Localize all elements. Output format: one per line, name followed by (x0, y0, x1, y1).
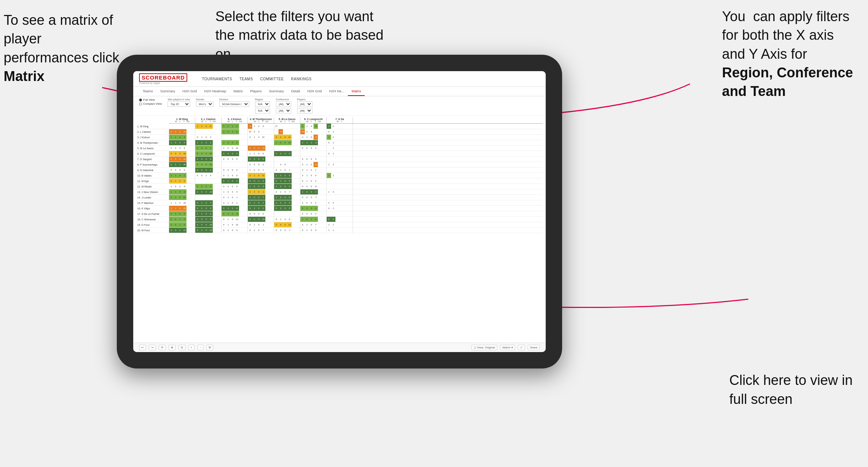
conference-select-y[interactable]: (All) (276, 108, 291, 113)
table-row: 6. C Lamprecht 300-16 24124 3000 (136, 151, 543, 157)
bottom-toolbar: ↩ ↪ ⟳ ⊕ ⊡ + − ⚙ ◻ View: Original Watch ▾… (133, 343, 546, 352)
undo-button[interactable]: ↩ (139, 345, 146, 350)
fullscreen-button[interactable]: ⤢ (518, 345, 525, 350)
matrix-content: 1. W Ding WLTDif 2. L Clanton WLTDif 3. … (133, 116, 546, 343)
view-icon: ◻ (474, 346, 476, 349)
tab-detail[interactable]: Detail (288, 87, 304, 96)
table-row: 19. D Ford 2010 240-20 01013 (136, 222, 543, 228)
division-select[interactable]: NCAA Division I (219, 101, 249, 107)
refresh-button[interactable]: ⟳ (159, 345, 166, 350)
table-row: 4. M Thorbjornsen 1005 1003 1002 (136, 140, 543, 146)
toolbar-left: ↩ ↪ ⟳ ⊕ ⊡ + − ⚙ (139, 345, 213, 350)
col-6-clamprecht: 6. C Lamprecht WLTDif (300, 117, 327, 123)
matrix-table: 1. W Ding WLTDif 2. L Clanton WLTDif 3. … (136, 117, 543, 233)
gender-select[interactable]: Men's (196, 101, 214, 107)
add-button[interactable]: ⊕ (169, 345, 176, 350)
zoom-out-button[interactable]: − (197, 345, 204, 350)
tab-players-summary[interactable]: Summary (265, 87, 288, 96)
brand-powered: Powered by clippd (139, 82, 187, 84)
players-select-y[interactable]: (All) (297, 108, 312, 113)
zoom-in-button[interactable]: + (188, 345, 195, 350)
tab-matrix-players[interactable]: Matrix (230, 87, 246, 96)
table-row: 1. W Ding 12011 1110 (136, 124, 543, 129)
players-filter: Players (All) (All) (297, 98, 312, 113)
table-row: 5. M La Sasso 1006 1001 10014 (136, 146, 543, 151)
table-row: 2. L Clanton 210-16 1010 (136, 129, 543, 135)
region-filter: Region N/A N/A (255, 98, 270, 113)
table-row: 11. M Ege 0100 0100 (136, 178, 543, 184)
table-row: 20. M Ford 331-11 310-11 0100 (136, 228, 543, 233)
tab-players[interactable]: Players (246, 87, 265, 96)
top-nav: SCOREBOARD Powered by clippd TOURNAMENTS… (133, 71, 546, 87)
toolbar-right: ◻ View: Original Watch ▾ ⤢ Share (472, 345, 540, 350)
nav-committee[interactable]: COMMITTEE (260, 77, 284, 81)
nav-teams[interactable]: TEAMS (239, 77, 253, 81)
table-row: 18. C Sherwood 2010 1300 010-11 (136, 217, 543, 222)
share-button[interactable]: Share (528, 345, 540, 350)
compact-view-option[interactable]: Compact View (139, 102, 162, 105)
settings-button[interactable]: ⚙ (206, 345, 213, 350)
annotation-bottomright: Click here to view in full screen (729, 371, 853, 409)
tab-h2h-he[interactable]: H2H He... (326, 87, 348, 96)
conference-select-x[interactable]: (All) (276, 101, 291, 107)
table-row: 7. G Sargent 200-16 2000 0000 (136, 157, 543, 162)
watch-button[interactable]: Watch ▾ (500, 345, 515, 350)
tab-teams[interactable]: Teams (139, 87, 157, 96)
table-row: 12. M Riedel 100-6 2000 0000 (136, 184, 543, 189)
table-row: 9. N Gabrelcik 0009 0001 0000 (136, 167, 543, 173)
column-headers: 1. W Ding WLTDif 2. L Clanton WLTDif 3. … (169, 117, 543, 124)
col-7-gsa: 7. G Sa WL (327, 117, 353, 123)
redo-button[interactable]: ↪ (149, 345, 156, 350)
max-players-select[interactable]: Top 25 (168, 101, 190, 107)
table-row: 13. J Skov Olesen 110-3 250-19 1000 (136, 189, 543, 195)
nav-links: TOURNAMENTS TEAMS COMMITTEE RANKINGS (202, 77, 311, 81)
nav-tournaments[interactable]: TOURNAMENTS (202, 77, 232, 81)
region-select-y[interactable]: N/A (255, 108, 270, 113)
col-2-lclanton: 2. L Clanton WLTDif (195, 117, 222, 123)
tab-h2h-grid2[interactable]: H2H Grid (304, 87, 326, 96)
annotation-topright: You can apply filters for both the X axi… (722, 7, 853, 101)
gender-filter: Gender Men's (196, 98, 214, 107)
table-row: 15. P Maichon 110-19 410-7 0101 (136, 200, 543, 206)
table-row: 14. J Lundin 11010 0101 (136, 195, 543, 200)
region-select-x[interactable]: N/A (255, 101, 270, 107)
annotation-topleft: To see a matrix of player performances c… (4, 11, 120, 86)
full-view-option[interactable]: Full View (139, 98, 162, 101)
players-select-x[interactable]: (All) (297, 101, 312, 107)
col-3-jkoivun: 3. J Koivun WLTDif (222, 117, 248, 123)
tab-summary[interactable]: Summary (157, 87, 179, 96)
view-original-button[interactable]: ◻ View: Original (472, 345, 497, 350)
conference-filter: Conference (All) (All) (276, 98, 291, 113)
tablet-device: SCOREBOARD Powered by clippd TOURNAMENTS… (117, 55, 562, 368)
tablet-screen: SCOREBOARD Powered by clippd TOURNAMENTS… (133, 71, 546, 352)
table-row: 3. J Koivun 1102 0102 (136, 135, 543, 140)
view-options: Full View Compact View (139, 98, 162, 105)
table-row: 16. K Vilips 310-25 2204 3308 (136, 206, 543, 211)
division-filter: Division NCAA Division I (219, 98, 249, 107)
col-1-wding: 1. W Ding WLTDif (169, 117, 195, 123)
grid-button[interactable]: ⊡ (178, 345, 185, 350)
table-row: 10. B Valdes 1101 0010 0100 (136, 173, 543, 178)
full-view-radio[interactable] (139, 99, 142, 101)
compact-view-radio[interactable] (139, 103, 142, 105)
tab-matrix-active[interactable]: Matrix (348, 87, 365, 96)
matrix-rows: 1. W Ding 12011 1110 (136, 124, 543, 233)
table-row: 17. S De La Fuente 2000 1100 000-8 (136, 211, 543, 217)
col-5-mlasasso: 5. M La Sasso WLTDif (274, 117, 300, 123)
max-players-filter: Max players in view Top 25 (168, 98, 190, 107)
table-row: 8. P Summerhays 521-48 220-16 (136, 162, 543, 167)
filter-bar: Full View Compact View Max players in vi… (133, 96, 546, 116)
tab-h2h-grid[interactable]: H2H Grid (179, 87, 201, 96)
col-4-mthorb: 4. M Thorbjornsen WLTDif (248, 117, 274, 123)
tab-h2h-heatmap[interactable]: H2H Heatmap (200, 87, 230, 96)
brand-scoreboard: SCOREBOARD (139, 73, 187, 82)
nav-rankings[interactable]: RANKINGS (291, 77, 311, 81)
brand: SCOREBOARD Powered by clippd (139, 73, 187, 84)
sub-tabs: Teams Summary H2H Grid H2H Heatmap Matri… (133, 87, 546, 96)
